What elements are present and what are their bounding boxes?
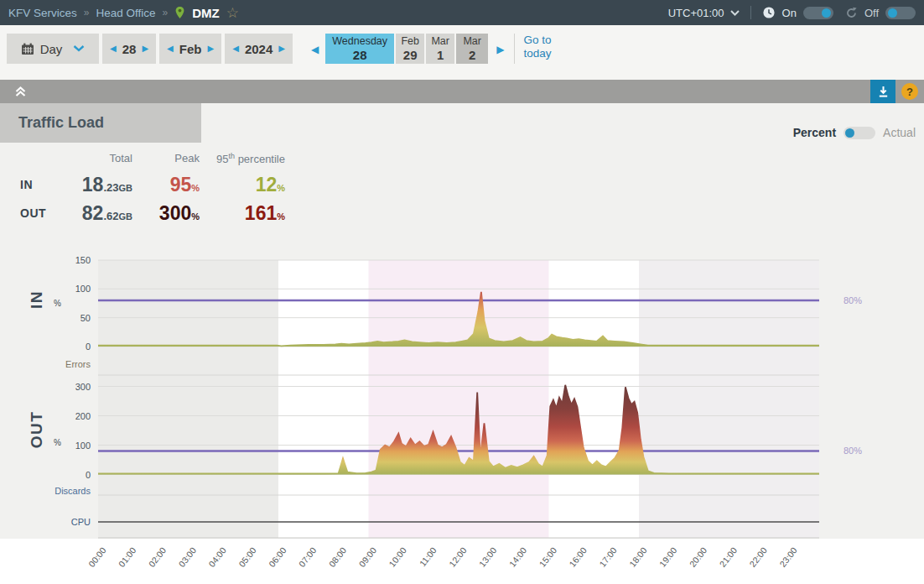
breadcrumb: KFV Services » Head Office » DMZ ☆ bbox=[8, 6, 239, 20]
chevron-down-icon bbox=[73, 45, 85, 52]
out-total-value: 82.62GB bbox=[55, 199, 132, 227]
day-spinner: ◀ 28 ▶ bbox=[102, 34, 156, 64]
panel-title: Traffic Load bbox=[18, 114, 104, 132]
toggle-knob bbox=[845, 128, 854, 138]
aux-row-label: Errors bbox=[65, 359, 91, 369]
traffic-chart[interactable]: 050100150IN%80%0100200300OUT%80%ErrorsDi… bbox=[0, 243, 924, 584]
threshold-label: 80% bbox=[844, 295, 862, 305]
granularity-label: Day bbox=[40, 42, 63, 56]
svg-text:100: 100 bbox=[75, 441, 91, 451]
next-year-arrow[interactable]: ▶ bbox=[278, 44, 285, 53]
night-mode-label: On bbox=[782, 7, 797, 19]
time-bands bbox=[98, 260, 819, 538]
calendar-icon bbox=[21, 43, 34, 55]
row-label-out: OUT bbox=[28, 411, 45, 449]
download-button[interactable] bbox=[870, 80, 895, 103]
in-peak-value: 95% bbox=[132, 170, 200, 199]
svg-text:%: % bbox=[54, 299, 61, 308]
panel-toolbar: ? bbox=[0, 80, 924, 103]
svg-text:200: 200 bbox=[75, 411, 91, 421]
out-95th-value: 161% bbox=[200, 199, 285, 227]
prev-day-arrow[interactable]: ◀ bbox=[110, 44, 117, 53]
night-mode-toggle[interactable] bbox=[803, 7, 833, 19]
top-bar: KFV Services » Head Office » DMZ ☆ UTC+0… bbox=[0, 0, 924, 25]
aux-row-label: CPU bbox=[71, 517, 91, 527]
year-value: 2024 bbox=[245, 42, 273, 56]
refresh-icon bbox=[845, 7, 858, 19]
date-tab-line2: 1 bbox=[437, 48, 444, 62]
date-tab-line1: Mar bbox=[431, 35, 449, 47]
date-nav-bar: Day ◀ 28 ▶ ◀ Feb ▶ ◀ 2024 ▶ ◀ Wednesday … bbox=[0, 25, 924, 80]
collapse-panel-icon[interactable] bbox=[13, 86, 28, 97]
breadcrumb-site[interactable]: KFV Services bbox=[8, 7, 77, 19]
date-tab-line2: 29 bbox=[403, 48, 418, 62]
percent-actual-switch[interactable] bbox=[844, 127, 875, 139]
row-label-out: OUT bbox=[20, 206, 55, 220]
breadcrumb-location[interactable]: Head Office bbox=[96, 7, 155, 19]
location-pin-icon bbox=[174, 6, 185, 19]
in-total-value: 18.23GB bbox=[55, 170, 132, 199]
col-header-peak: Peak bbox=[132, 152, 200, 170]
threshold-label: 80% bbox=[844, 446, 862, 456]
svg-text:50: 50 bbox=[80, 313, 91, 323]
next-month-arrow[interactable]: ▶ bbox=[207, 44, 214, 53]
download-icon bbox=[877, 86, 890, 98]
svg-text:300: 300 bbox=[75, 382, 91, 392]
traffic-stats: Total Peak 95th percentile IN 18.23GB 95… bbox=[20, 152, 285, 227]
divider bbox=[750, 6, 751, 19]
date-tab-line1: Mar bbox=[463, 35, 481, 47]
favorite-star-icon[interactable]: ☆ bbox=[226, 6, 239, 20]
actual-label: Actual bbox=[883, 126, 916, 139]
tabs-prev-arrow[interactable]: ◀ bbox=[311, 44, 319, 55]
chevron-down-icon bbox=[730, 10, 740, 16]
row-label-in: IN bbox=[28, 290, 45, 309]
go-to-today-link[interactable]: Go to today bbox=[523, 34, 551, 60]
month-value: Feb bbox=[179, 42, 202, 56]
svg-text:%: % bbox=[54, 438, 61, 447]
svg-text:0: 0 bbox=[86, 342, 91, 352]
month-spinner: ◀ Feb ▶ bbox=[159, 34, 221, 64]
toggle-knob bbox=[888, 8, 897, 18]
date-tab[interactable]: Mar 1 bbox=[426, 34, 454, 64]
unit-toggle: Percent Actual bbox=[793, 126, 916, 139]
out-peak-value: 300% bbox=[132, 199, 200, 227]
date-tab-line1: Feb bbox=[401, 35, 419, 47]
col-header-total: Total bbox=[55, 152, 132, 170]
prev-year-arrow[interactable]: ◀ bbox=[232, 44, 239, 53]
help-button[interactable]: ? bbox=[901, 83, 918, 100]
day-value: 28 bbox=[122, 42, 137, 56]
date-tab-weekend[interactable]: Mar 2 bbox=[456, 34, 488, 64]
go-to-today-line2: today bbox=[523, 47, 551, 60]
date-tab[interactable]: Feb 29 bbox=[396, 34, 424, 64]
percent-label: Percent bbox=[793, 126, 836, 139]
date-tab-line2: 2 bbox=[469, 48, 475, 62]
stats-corner bbox=[20, 152, 55, 170]
breadcrumb-device: DMZ bbox=[192, 6, 220, 20]
next-day-arrow[interactable]: ▶ bbox=[142, 44, 148, 53]
toggle-knob bbox=[822, 8, 831, 18]
col-header-95th: 95th percentile bbox=[200, 152, 285, 170]
svg-text:150: 150 bbox=[75, 255, 91, 265]
year-spinner: ◀ 2024 ▶ bbox=[225, 34, 293, 64]
date-tab-line2: 28 bbox=[353, 48, 367, 62]
date-tab-selected[interactable]: Wednesday 28 bbox=[325, 34, 394, 64]
row-label-in: IN bbox=[20, 178, 55, 191]
app-root: KFV Services » Head Office » DMZ ☆ UTC+0… bbox=[0, 0, 924, 584]
traffic-load-panel: Traffic Load Percent Actual Total Peak 9… bbox=[0, 103, 924, 584]
panel-tab: Traffic Load bbox=[0, 103, 201, 143]
divider bbox=[514, 34, 515, 64]
auto-refresh-toggle[interactable] bbox=[885, 7, 916, 19]
granularity-dropdown[interactable]: Day bbox=[7, 34, 99, 64]
svg-text:100: 100 bbox=[75, 284, 91, 294]
prev-month-arrow[interactable]: ◀ bbox=[167, 44, 174, 53]
top-bar-controls: UTC+01:00 On Off bbox=[668, 6, 916, 19]
clock-icon bbox=[762, 6, 776, 19]
breadcrumb-separator: » bbox=[163, 7, 169, 18]
breadcrumb-separator: » bbox=[84, 7, 90, 18]
date-tab-line1: Wednesday bbox=[332, 35, 387, 47]
timezone-label: UTC+01:00 bbox=[668, 7, 724, 19]
go-to-today-line1: Go to bbox=[523, 34, 551, 47]
timezone-selector[interactable]: UTC+01:00 bbox=[668, 7, 740, 19]
aux-row-label: Discards bbox=[55, 486, 91, 496]
tabs-next-arrow[interactable]: ▶ bbox=[496, 44, 504, 55]
